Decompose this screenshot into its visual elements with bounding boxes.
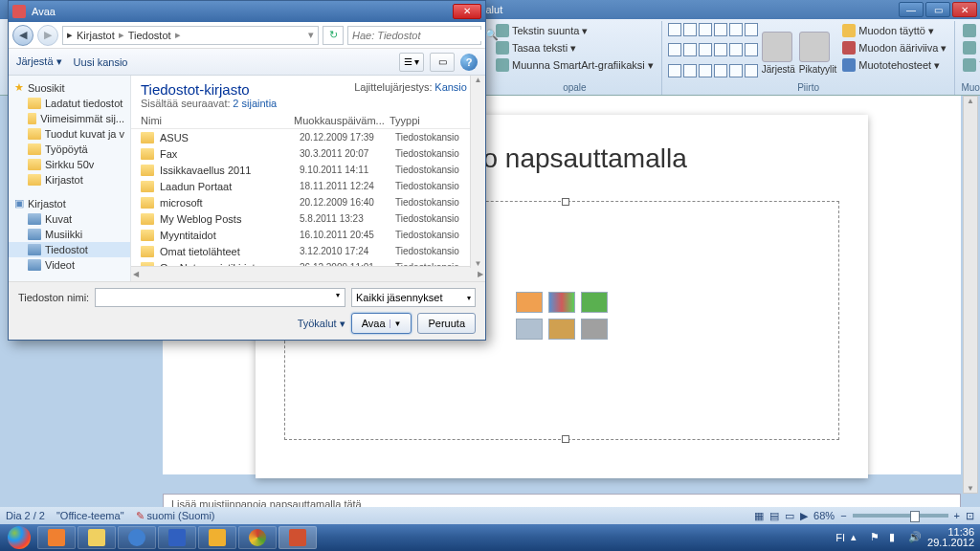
tray-network-icon[interactable]: ▮: [889, 531, 902, 544]
search-icon[interactable]: 🔍: [485, 29, 499, 41]
search-box[interactable]: 🔍: [347, 26, 481, 45]
replace-button[interactable]: Korvaa ▾: [961, 40, 980, 55]
taskbar-explorer[interactable]: [78, 526, 116, 549]
shape-outline-button[interactable]: Muodon ääriviiva ▾: [840, 40, 948, 55]
filename-label: Tiedoston nimi:: [18, 292, 89, 303]
fit-button[interactable]: ⊡: [966, 510, 974, 522]
dialog-titlebar[interactable]: Avaa ✕: [9, 1, 485, 22]
smartart-button[interactable]: Muunna SmartArt-grafiikaksi ▾: [494, 57, 656, 73]
dialog-close-button[interactable]: ✕: [453, 4, 481, 19]
back-button[interactable]: ◀: [12, 25, 33, 46]
view-slideshow-button[interactable]: ▶: [800, 510, 808, 522]
file-horizontal-scrollbar[interactable]: [131, 266, 485, 281]
breadcrumb-item[interactable]: Kirjastot: [77, 30, 115, 41]
folder-icon: [141, 213, 154, 225]
refresh-button[interactable]: ↻: [323, 26, 344, 45]
new-folder-button[interactable]: Uusi kansio: [74, 56, 128, 68]
library-title: Tiedostot-kirjasto: [141, 81, 277, 98]
nav-library-item[interactable]: Musiikki: [9, 227, 130, 242]
cancel-button[interactable]: Peruuta: [417, 313, 476, 334]
forward-button[interactable]: ▶: [37, 25, 58, 46]
file-row[interactable]: Issikkavaellus 20119.10.2011 14:11Tiedos…: [141, 162, 481, 178]
find-button[interactable]: Etsi: [961, 23, 980, 38]
file-row[interactable]: Myyntitaidot16.10.2011 20:45Tiedostokans…: [141, 227, 481, 243]
search-input[interactable]: [352, 30, 485, 41]
preview-pane-button[interactable]: ▭: [430, 53, 455, 72]
locations-link[interactable]: 2 sijaintia: [233, 98, 277, 109]
filename-input[interactable]: [95, 288, 345, 307]
text-direction-button[interactable]: Tekstin suunta ▾: [494, 23, 656, 38]
sort-selector[interactable]: Lajittelujärjestys: Kansio ▾: [354, 81, 476, 94]
nav-library-item[interactable]: Tiedostot: [9, 242, 130, 257]
nav-favorite-item[interactable]: Työpöytä: [9, 142, 130, 157]
column-headers[interactable]: Nimi Muokkauspäiväm... Tyyppi: [131, 111, 485, 129]
taskbar-powerpoint[interactable]: [278, 526, 317, 549]
file-row[interactable]: My Weblog Posts5.8.2011 13:23Tiedostokan…: [141, 210, 481, 227]
column-name[interactable]: Nimi: [141, 115, 294, 126]
tray-show-hidden-icon[interactable]: ▴: [851, 531, 864, 544]
vertical-scrollbar[interactable]: [963, 96, 978, 494]
tray-lang[interactable]: FI: [835, 532, 845, 543]
taskbar-chrome[interactable]: [238, 526, 277, 549]
favorites-group[interactable]: ★Suosikit: [9, 79, 130, 96]
zoom-slider[interactable]: [853, 514, 948, 518]
taskbar-outlook[interactable]: [198, 526, 236, 549]
maximize-button[interactable]: ▭: [925, 2, 950, 17]
file-row[interactable]: ASUS20.12.2009 17:39Tiedostokansio: [141, 129, 481, 145]
language-status[interactable]: ✎ suomi (Suomi): [136, 510, 215, 522]
taskbar-wmp[interactable]: [37, 526, 76, 549]
insert-smartart-icon[interactable]: [581, 292, 608, 313]
minimize-button[interactable]: —: [899, 2, 924, 17]
align-text-button[interactable]: Tasaa teksti ▾: [494, 40, 656, 55]
nav-library-item[interactable]: Kuvat: [9, 211, 130, 227]
file-row[interactable]: Laadun Portaat18.11.2011 12:24Tiedostoka…: [141, 178, 481, 194]
file-row[interactable]: Fax30.3.2011 20:07Tiedostokansio: [141, 145, 481, 162]
nav-favorite-item[interactable]: Sirkku 50v: [9, 157, 130, 172]
zoom-level[interactable]: 68%: [813, 510, 835, 521]
start-button[interactable]: [2, 524, 36, 551]
nav-library-item[interactable]: Videot: [9, 257, 130, 273]
breadcrumb[interactable]: ▸ Kirjastot ▸ Tiedostot ▸ ▾: [62, 26, 319, 45]
quickstyles-button[interactable]: [799, 32, 830, 62]
arrange-button[interactable]: [762, 32, 792, 62]
file-row[interactable]: OneNote-muistikirjat26.12.2009 11:01Tied…: [141, 259, 481, 266]
file-vertical-scrollbar[interactable]: [470, 76, 485, 268]
file-row[interactable]: microsoft20.12.2009 16:40Tiedostokansio: [141, 194, 481, 210]
insert-table-icon[interactable]: [516, 292, 543, 313]
tray-action-center-icon[interactable]: ⚑: [870, 531, 883, 544]
nav-favorite-item[interactable]: Viimeisimmät sij...: [9, 111, 130, 126]
nav-favorite-item[interactable]: Kirjastot: [9, 172, 130, 187]
column-date[interactable]: Muokkauspäiväm...: [294, 115, 390, 126]
shape-effects-button[interactable]: Muototehosteet ▾: [840, 57, 948, 73]
help-button[interactable]: ?: [460, 54, 478, 71]
organize-button[interactable]: Järjestä ▾: [16, 55, 62, 68]
filetype-select[interactable]: Kaikki jäsennykset▾: [351, 288, 476, 307]
nav-favorite-item[interactable]: Tuodut kuvat ja v: [9, 126, 130, 142]
insert-clipart-icon[interactable]: [548, 319, 575, 340]
taskbar-word[interactable]: [158, 526, 196, 549]
libraries-group[interactable]: ▣Kirjastot: [9, 195, 130, 211]
insert-chart-icon[interactable]: [548, 292, 575, 313]
tray-volume-icon[interactable]: 🔊: [908, 531, 922, 544]
tray-date[interactable]: 29.1.2012: [927, 538, 974, 548]
shapes-gallery[interactable]: [668, 23, 758, 82]
close-button[interactable]: ✕: [952, 2, 977, 17]
nav-favorite-item[interactable]: Ladatut tiedostot: [9, 96, 130, 111]
file-row[interactable]: Omat tietolähteet3.12.2010 17:24Tiedosto…: [141, 243, 481, 259]
zoom-out-button[interactable]: −: [840, 510, 846, 521]
breadcrumb-item[interactable]: Tiedostot: [128, 30, 171, 41]
zoom-in-button[interactable]: +: [954, 510, 960, 521]
taskbar-ie[interactable]: [118, 526, 156, 549]
insert-picture-icon[interactable]: [516, 319, 543, 340]
view-sorter-button[interactable]: ▤: [769, 510, 779, 522]
select-button[interactable]: Valitse ▾: [961, 57, 980, 73]
open-button[interactable]: Avaa▼: [351, 313, 412, 334]
view-mode-button[interactable]: ☰ ▾: [399, 53, 424, 72]
column-type[interactable]: Tyyppi: [390, 115, 476, 126]
view-normal-button[interactable]: ▦: [754, 510, 764, 522]
tools-button[interactable]: Työkalut ▾: [298, 318, 345, 330]
breadcrumb-item[interactable]: ▸: [67, 29, 73, 41]
view-reading-button[interactable]: ▭: [785, 510, 794, 522]
insert-media-icon[interactable]: [581, 319, 608, 340]
shape-fill-button[interactable]: Muodon täyttö ▾: [840, 23, 948, 38]
